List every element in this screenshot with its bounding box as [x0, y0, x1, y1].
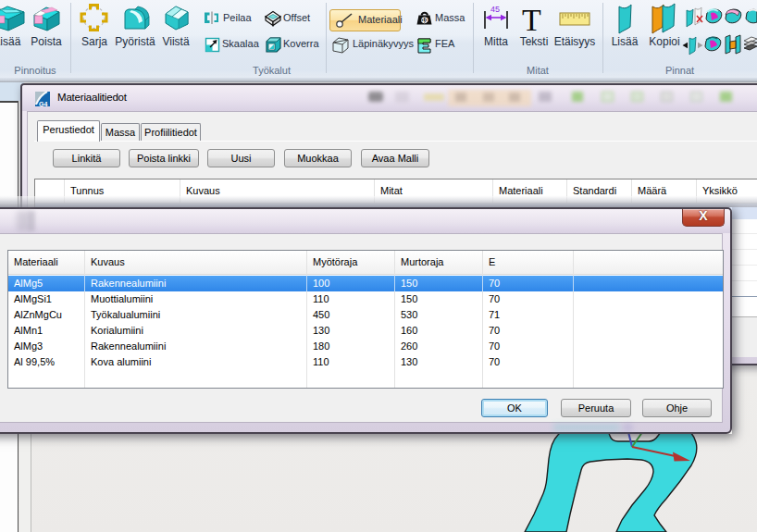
svg-text:G4: G4 [39, 101, 47, 107]
